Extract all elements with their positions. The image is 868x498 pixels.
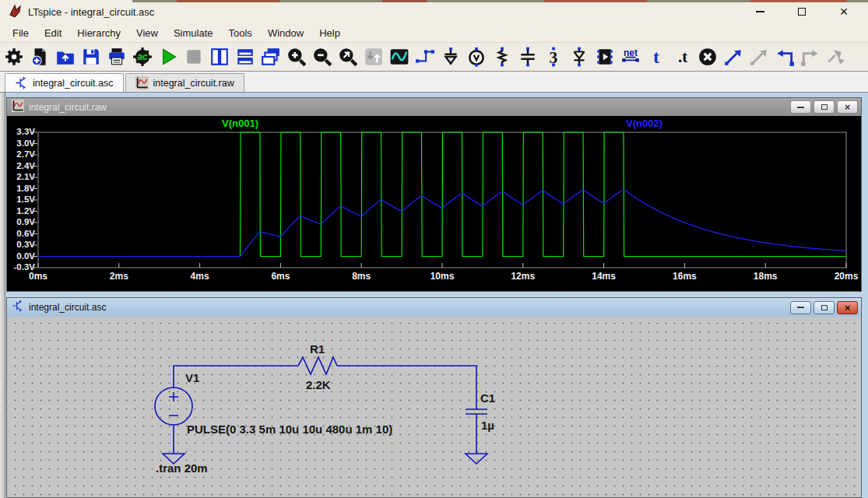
ground-symbol[interactable] [466, 454, 487, 464]
toolbar-cascade-button[interactable] [261, 47, 281, 67]
svg-text:ac: ac [137, 51, 148, 62]
y-axis-tick-label[interactable]: 3.3V [7, 127, 35, 136]
schematic-minimize-button[interactable] [790, 301, 811, 314]
schematic-window-title: integral_circuit.asc [29, 302, 106, 313]
toolbar-tile-horizontal-button[interactable] [235, 47, 255, 67]
toolbar-zoom-out-button[interactable] [312, 47, 332, 67]
toolbar-open-button[interactable] [55, 47, 76, 67]
x-axis-tick-label[interactable]: 18ms [754, 271, 778, 282]
x-axis-tick-label[interactable]: 0ms [29, 271, 47, 282]
toolbar-resistor-button[interactable] [492, 47, 512, 67]
toolbar-inductor-button[interactable]: 3 [543, 47, 564, 67]
y-axis-tick-label[interactable]: 2.7V [7, 149, 35, 159]
maximize-button[interactable] [796, 6, 807, 17]
toolbar-ac-analysis-button[interactable]: ac [132, 47, 153, 67]
menu-view[interactable]: View [128, 25, 166, 41]
x-axis-tick-label[interactable]: 6ms [271, 271, 290, 282]
v1-value-label[interactable]: PULSE(0 3.3 5m 10u 10u 480u 1m 10) [187, 423, 392, 436]
schematic-close-button[interactable]: × [837, 301, 858, 314]
menu-edit[interactable]: Edit [37, 25, 69, 41]
waveform-close-button[interactable]: × [837, 100, 858, 114]
toolbar-zoom-extents-button[interactable] [338, 47, 358, 67]
schematic-restore-button[interactable] [814, 301, 835, 314]
menu-simulate[interactable]: Simulate [166, 25, 221, 41]
waveform-restore-button[interactable] [814, 100, 835, 114]
x-axis-tick-label[interactable]: 4ms [191, 271, 209, 282]
toolbar-zoom-in-button[interactable] [286, 47, 307, 67]
toolbar-new-schematic-button[interactable] [30, 47, 50, 67]
toolbar-spice-directive-button[interactable]: .t [672, 47, 692, 67]
toolbar-delete-button[interactable] [698, 47, 718, 67]
close-button[interactable]: × [838, 6, 849, 17]
toolbar-tile-vertical-button[interactable] [209, 47, 230, 67]
trace-label-vn001[interactable]: V(n001) [222, 117, 258, 129]
resistor-symbol[interactable] [298, 357, 337, 374]
schematic-canvas[interactable]: V1 PULSE(0 3.3 5m 10u 10u 480u 1m 10) R1… [7, 317, 861, 497]
y-axis-tick-label[interactable]: 0.9V [7, 217, 35, 226]
waveform-window-titlebar[interactable]: integral_circuit.raw × [7, 98, 861, 116]
trace-label-vn002[interactable]: V(n002) [626, 117, 662, 129]
menu-window[interactable]: Window [260, 25, 311, 41]
spice-directive-icon: .t [672, 47, 692, 67]
c1-ref-label[interactable]: C1 [480, 391, 495, 405]
y-axis-tick-label[interactable]: 1.8V [7, 184, 35, 193]
x-axis-tick-label[interactable]: 8ms [352, 271, 371, 282]
toolbar-run-button[interactable] [158, 47, 178, 67]
toolbar-undo-button[interactable] [775, 47, 795, 67]
tab-schematic[interactable]: integral_circuit.asc [5, 73, 124, 92]
v1-ref-label[interactable]: V1 [185, 371, 199, 384]
c1-value-label[interactable]: 1µ [481, 419, 494, 432]
y-axis-tick-label[interactable]: 1.5V [7, 195, 35, 204]
x-axis-tick-label[interactable]: 20ms [835, 271, 859, 282]
toolbar-move-button[interactable] [723, 47, 743, 67]
y-axis-tick-label[interactable]: 0.3V [7, 240, 35, 249]
y-axis-tick-label[interactable]: 0.0V [7, 251, 35, 261]
toolbar-diode-button[interactable] [569, 47, 589, 67]
toolbar-wire-button[interactable] [415, 47, 435, 67]
waveform-minimize-button[interactable] [790, 100, 811, 114]
minimize-button[interactable] [754, 6, 765, 17]
waveform-plot-svg [7, 116, 861, 291]
schematic-window: integral_circuit.asc × [6, 297, 862, 498]
y-axis-tick-label[interactable]: 0.6V [7, 229, 35, 238]
waveform-plot[interactable]: 3.3V3.0V2.7V2.4V2.1V1.8V1.5V1.2V0.9V0.6V… [7, 116, 861, 291]
net-label-icon: net [620, 47, 641, 67]
toolbar-drag-button [749, 47, 769, 67]
toolbar-print-button[interactable] [107, 47, 127, 67]
x-axis-tick-label[interactable]: 10ms [430, 271, 455, 282]
toolbar-ground-button[interactable] [441, 47, 461, 67]
r1-ref-label[interactable]: R1 [310, 342, 325, 356]
print-icon [107, 47, 127, 67]
tran-directive-label[interactable]: .tran 20m [156, 461, 208, 475]
x-axis-tick-label[interactable]: 12ms [511, 271, 535, 282]
ground-icon [441, 47, 461, 67]
schematic-window-titlebar[interactable]: integral_circuit.asc × [7, 298, 861, 317]
y-axis-tick-label[interactable]: 3.0V [7, 139, 35, 148]
toolbar-halt-button [184, 47, 204, 67]
y-axis-tick-label[interactable]: 2.4V [7, 161, 35, 170]
x-axis-tick-label[interactable]: 2ms [110, 271, 128, 282]
menu-help[interactable]: Help [311, 25, 348, 41]
toolbar: ac3nett.t [0, 43, 868, 72]
desktop-edge-strip [132, 0, 868, 2]
menu-tools[interactable]: Tools [221, 25, 260, 41]
waveform-icon [12, 100, 24, 115]
toolbar-waveform-settings-button[interactable] [389, 47, 409, 67]
toolbar-voltage-source-button[interactable] [466, 47, 487, 67]
toolbar-capacitor-button[interactable] [518, 47, 538, 67]
trace-vn001 [38, 132, 846, 257]
menu-hierarchy[interactable]: Hierarchy [69, 25, 128, 41]
menu-file[interactable]: File [5, 25, 37, 41]
toolbar-save-button[interactable] [81, 47, 101, 67]
toolbar-text-button[interactable]: t [646, 47, 666, 67]
tab-waveform[interactable]: integral_circuit.raw [125, 73, 244, 92]
x-axis-tick-label[interactable]: 14ms [592, 271, 616, 282]
toolbar-net-label-button[interactable]: net [620, 47, 641, 67]
pan-icon [364, 47, 384, 67]
r1-value-label[interactable]: 2.2K [306, 378, 331, 391]
toolbar-component-button[interactable] [595, 47, 615, 67]
y-axis-tick-label[interactable]: 2.1V [7, 172, 35, 181]
x-axis-tick-label[interactable]: 16ms [673, 271, 697, 282]
toolbar-control-panel-button[interactable] [4, 47, 24, 67]
y-axis-tick-label[interactable]: 1.2V [7, 206, 35, 216]
